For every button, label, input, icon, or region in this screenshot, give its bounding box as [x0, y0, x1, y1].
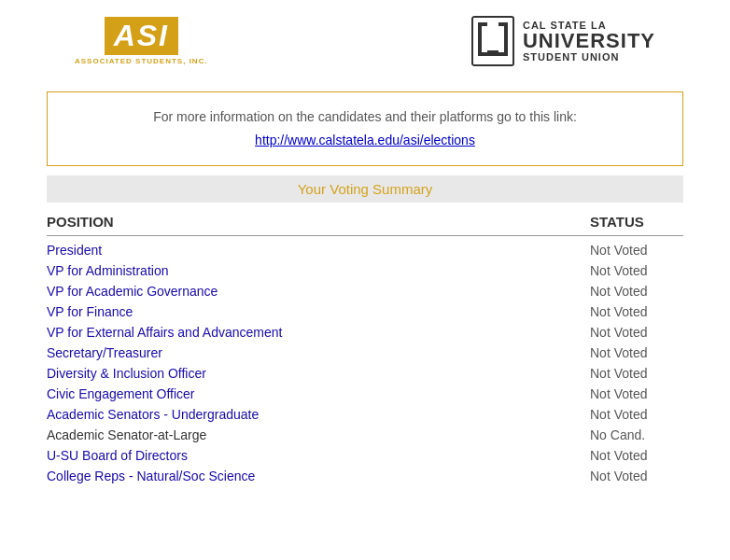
status-cell: Not Voted — [590, 243, 683, 258]
asi-subtitle: ASSOCIATED STUDENTS, INC. — [75, 57, 208, 65]
table-row: Secretary/TreasurerNot Voted — [47, 343, 683, 363]
svg-rect-5 — [498, 26, 504, 52]
table-row: VP for AdministrationNot Voted — [47, 260, 683, 281]
position-cell[interactable]: VP for Finance — [47, 304, 327, 319]
status-cell: Not Voted — [590, 407, 683, 422]
table-body: PresidentNot VotedVP for AdministrationN… — [47, 240, 683, 486]
elections-link[interactable]: http://www.calstatela.edu/asi/elections — [255, 133, 475, 147]
calstate-logo: CAL STATE LA UNIVERSITY STUDENT UNION — [470, 15, 655, 67]
status-column-header: STATUS — [590, 214, 683, 230]
status-cell: Not Voted — [590, 366, 683, 381]
info-box-text: For more information on the candidates a… — [153, 109, 577, 124]
voting-summary-header: Your Voting Summary — [47, 175, 683, 203]
page-header: ASI ASSOCIATED STUDENTS, INC. CAL STATE … — [0, 0, 730, 82]
status-cell: Not Voted — [590, 448, 683, 463]
position-cell[interactable]: Academic Senators - Undergraduate — [47, 407, 327, 422]
position-cell[interactable]: President — [47, 243, 327, 258]
position-cell[interactable]: Civic Engagement Officer — [47, 386, 327, 401]
table-row: VP for FinanceNot Voted — [47, 301, 683, 322]
voting-summary-title: Your Voting Summary — [298, 181, 433, 197]
position-cell[interactable]: Secretary/Treasurer — [47, 345, 327, 360]
calstate-line2: UNIVERSITY — [523, 31, 655, 51]
table-row: Diversity & Inclusion OfficerNot Voted — [47, 363, 683, 384]
status-cell: Not Voted — [590, 469, 683, 483]
table-row: Civic Engagement OfficerNot Voted — [47, 384, 683, 404]
position-cell[interactable]: College Reps - Natural/Soc Science — [47, 469, 327, 483]
position-column-header: POSITION — [47, 214, 327, 230]
asi-logo: ASI ASSOCIATED STUDENTS, INC. — [75, 17, 208, 65]
status-cell: Not Voted — [590, 284, 683, 299]
table-row: U-SU Board of DirectorsNot Voted — [47, 445, 683, 466]
table-row: Academic Senators - UndergraduateNot Vot… — [47, 404, 683, 425]
status-cell: Not Voted — [590, 345, 683, 360]
table-header: POSITION STATUS — [47, 210, 683, 236]
calstate-line3: STUDENT UNION — [523, 51, 655, 63]
svg-rect-4 — [482, 26, 487, 52]
svg-rect-6 — [487, 22, 498, 50]
table-row: VP for External Affairs and AdvancementN… — [47, 322, 683, 343]
asi-logo-text: ASI — [105, 17, 178, 55]
status-cell: Not Voted — [590, 263, 683, 278]
status-cell: Not Voted — [590, 325, 683, 340]
position-cell[interactable]: VP for External Affairs and Advancement — [47, 325, 327, 340]
position-cell: Academic Senator-at-Large — [47, 427, 327, 442]
info-box: For more information on the candidates a… — [47, 91, 683, 166]
status-cell: No Cand. — [590, 427, 683, 442]
table-row: VP for Academic GovernanceNot Voted — [47, 281, 683, 301]
status-cell: Not Voted — [590, 386, 683, 401]
calstate-text: CAL STATE LA UNIVERSITY STUDENT UNION — [523, 20, 655, 63]
table-row: Academic Senator-at-LargeNo Cand. — [47, 425, 683, 445]
voting-table: POSITION STATUS PresidentNot VotedVP for… — [47, 210, 683, 486]
position-cell[interactable]: U-SU Board of Directors — [47, 448, 327, 463]
position-cell[interactable]: VP for Administration — [47, 263, 327, 278]
table-row: PresidentNot Voted — [47, 240, 683, 260]
table-row: College Reps - Natural/Soc ScienceNot Vo… — [47, 466, 683, 486]
calstate-icon — [470, 15, 515, 67]
status-cell: Not Voted — [590, 304, 683, 319]
position-cell[interactable]: Diversity & Inclusion Officer — [47, 366, 327, 381]
position-cell[interactable]: VP for Academic Governance — [47, 284, 327, 299]
